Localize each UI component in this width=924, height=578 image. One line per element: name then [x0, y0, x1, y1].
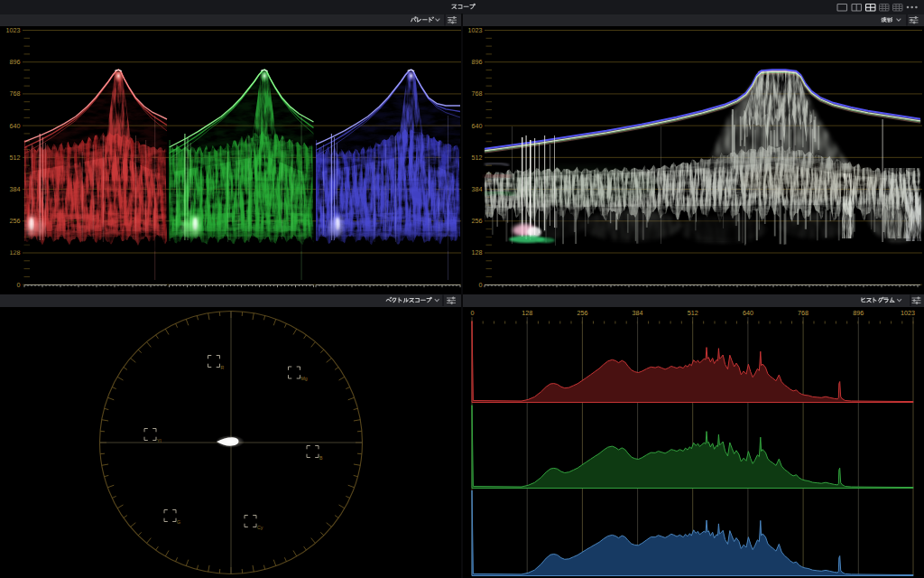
svg-text:R: R: [221, 365, 225, 370]
svg-text:512: 512: [10, 154, 21, 162]
svg-text:512: 512: [688, 309, 698, 317]
svg-text:0: 0: [471, 309, 475, 317]
svg-text:Yl: Yl: [157, 438, 162, 443]
svg-text:1023: 1023: [6, 26, 21, 34]
svg-text:128: 128: [472, 248, 483, 256]
svg-text:896: 896: [853, 309, 864, 317]
svg-text:0: 0: [17, 281, 21, 289]
svg-text:128: 128: [522, 309, 532, 317]
svg-text:256: 256: [472, 217, 483, 225]
svg-text:G: G: [177, 519, 180, 525]
svg-text:896: 896: [472, 58, 483, 66]
svg-text:384: 384: [472, 185, 483, 193]
svg-text:Cy: Cy: [257, 525, 263, 530]
svg-text:768: 768: [10, 89, 21, 98]
svg-text:0: 0: [479, 281, 483, 289]
svg-text:256: 256: [10, 217, 21, 225]
svg-text:640: 640: [743, 309, 753, 317]
svg-text:640: 640: [472, 122, 483, 130]
svg-text:1023: 1023: [468, 26, 483, 34]
svg-text:640: 640: [10, 122, 21, 130]
svg-text:768: 768: [472, 89, 483, 98]
svg-text:1023: 1023: [901, 309, 915, 317]
svg-text:896: 896: [10, 58, 21, 66]
svg-text:384: 384: [10, 185, 21, 193]
svg-text:256: 256: [577, 309, 587, 317]
svg-text:Mg: Mg: [301, 376, 308, 381]
svg-text:384: 384: [633, 309, 643, 317]
svg-text:768: 768: [798, 309, 808, 317]
svg-text:512: 512: [472, 154, 483, 162]
svg-text:B: B: [319, 455, 323, 461]
